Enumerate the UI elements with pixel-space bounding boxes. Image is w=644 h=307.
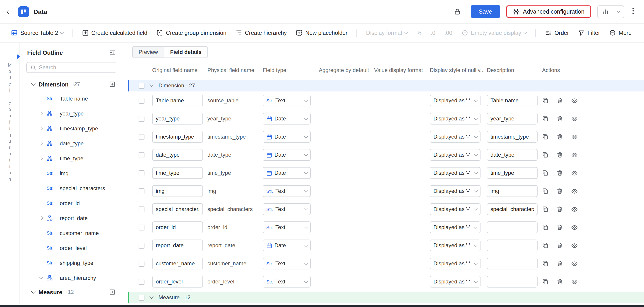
null-style-select[interactable]: Displayed as '-' xyxy=(430,276,480,288)
sidebar-field-item[interactable]: Str. shipping_type xyxy=(20,256,123,270)
visibility-icon[interactable] xyxy=(571,206,578,212)
description-input[interactable] xyxy=(487,203,538,215)
sidebar-field-item[interactable]: Str. customer_name xyxy=(20,226,123,240)
null-style-select[interactable]: Displayed as '-' xyxy=(430,113,480,124)
tab-preview[interactable]: Preview xyxy=(133,47,164,58)
row-checkbox[interactable] xyxy=(138,98,144,104)
field-type-select[interactable]: Str. Text xyxy=(263,203,311,215)
back-button[interactable] xyxy=(7,10,11,13)
null-style-select[interactable]: Displayed as '-' xyxy=(430,185,480,197)
row-checkbox[interactable] xyxy=(138,279,144,284)
field-type-select[interactable]: Str. Text xyxy=(263,95,311,106)
field-type-select[interactable]: Date xyxy=(263,131,311,143)
dimension-group-header[interactable]: Dimension ·27 xyxy=(20,78,123,91)
filter-button[interactable]: Filter xyxy=(578,30,600,36)
description-input[interactable] xyxy=(487,131,538,143)
field-type-select[interactable]: Date xyxy=(263,113,311,124)
delete-icon[interactable] xyxy=(556,224,563,230)
chart-button[interactable] xyxy=(598,6,612,18)
null-style-select[interactable]: Displayed as '-' xyxy=(430,203,480,215)
group-checkbox[interactable] xyxy=(138,294,144,300)
delete-icon[interactable] xyxy=(556,152,563,158)
null-style-select[interactable]: Displayed as '-' xyxy=(430,95,480,106)
original-field-name-input[interactable] xyxy=(152,276,203,288)
sidebar-field-item[interactable]: year_type xyxy=(20,106,123,121)
row-checkbox[interactable] xyxy=(138,134,144,140)
measure-group-row[interactable]: Measure · 12 xyxy=(128,292,644,304)
visibility-icon[interactable] xyxy=(571,278,578,285)
display-format-button[interactable]: Display format xyxy=(366,30,408,36)
delete-icon[interactable] xyxy=(556,260,563,267)
null-style-select[interactable]: Displayed as '-' xyxy=(430,149,480,161)
search-input[interactable] xyxy=(39,64,112,71)
description-input[interactable] xyxy=(487,258,538,270)
field-type-select[interactable]: Date xyxy=(263,167,311,179)
null-style-select[interactable]: Displayed as '-' xyxy=(430,167,480,179)
delete-icon[interactable] xyxy=(556,278,563,285)
description-input[interactable] xyxy=(487,276,538,288)
advanced-configuration-button[interactable]: Advanced configuration xyxy=(512,8,584,15)
description-input[interactable] xyxy=(487,149,538,161)
copy-icon[interactable] xyxy=(542,97,548,104)
empty-value-display-button[interactable]: Empty value display xyxy=(461,30,526,36)
add-dimension-button[interactable] xyxy=(109,81,116,88)
delete-icon[interactable] xyxy=(556,134,563,140)
source-table-selector[interactable]: Source Table 2 xyxy=(11,30,63,36)
copy-icon[interactable] xyxy=(542,170,548,176)
expand-caret-icon[interactable] xyxy=(40,142,43,145)
collapse-outline-button[interactable] xyxy=(109,49,116,56)
field-type-select[interactable]: Str. Text xyxy=(263,258,311,270)
sidebar-field-item[interactable]: area_hierarchy xyxy=(20,270,123,285)
add-measure-button[interactable] xyxy=(109,289,116,295)
copy-icon[interactable] xyxy=(542,260,548,267)
expand-caret-icon[interactable] xyxy=(40,156,43,160)
row-checkbox[interactable] xyxy=(138,116,144,122)
field-type-select[interactable]: Str. Text xyxy=(263,222,311,233)
original-field-name-input[interactable] xyxy=(152,95,203,106)
sidebar-field-item[interactable]: Str. img xyxy=(20,166,123,181)
original-field-name-input[interactable] xyxy=(152,203,203,215)
group-checkbox[interactable] xyxy=(138,83,144,88)
null-style-select[interactable]: Displayed as '-' xyxy=(430,240,480,251)
copy-icon[interactable] xyxy=(542,206,548,212)
copy-icon[interactable] xyxy=(542,134,548,140)
null-style-select[interactable]: Displayed as '-' xyxy=(430,258,480,270)
field-type-select[interactable]: Date xyxy=(263,240,311,251)
more-toolbar-button[interactable]: More xyxy=(609,30,632,36)
row-checkbox[interactable] xyxy=(138,152,144,158)
copy-icon[interactable] xyxy=(542,278,548,285)
new-placeholder-button[interactable]: New placeholder xyxy=(296,30,347,36)
original-field-name-input[interactable] xyxy=(152,240,203,251)
original-field-name-input[interactable] xyxy=(152,113,203,124)
delete-icon[interactable] xyxy=(556,242,563,248)
sidebar-field-item[interactable]: Str. order_id xyxy=(20,196,123,210)
null-style-select[interactable]: Displayed as '-' xyxy=(430,131,480,143)
row-checkbox[interactable] xyxy=(138,170,144,176)
chart-dropdown-button[interactable] xyxy=(612,6,624,18)
original-field-name-input[interactable] xyxy=(152,167,203,179)
null-style-select[interactable]: Displayed as '-' xyxy=(430,222,480,233)
row-checkbox[interactable] xyxy=(138,188,144,194)
description-input[interactable] xyxy=(487,222,538,233)
create-calculated-field-button[interactable]: Create calculated field xyxy=(82,30,147,36)
sidebar-field-item[interactable]: timestamp_type xyxy=(20,121,123,136)
tab-field-details[interactable]: Field details xyxy=(164,47,208,58)
delete-icon[interactable] xyxy=(556,170,563,176)
row-checkbox[interactable] xyxy=(138,206,144,212)
sidebar-field-item[interactable]: date_type xyxy=(20,136,123,151)
visibility-icon[interactable] xyxy=(571,260,578,267)
copy-icon[interactable] xyxy=(542,188,548,194)
create-group-dimension-button[interactable]: Create group dimension xyxy=(156,30,226,36)
lock-button[interactable] xyxy=(454,8,461,15)
dimension-group-row[interactable]: Dimension · 27 xyxy=(128,80,644,92)
increase-decimal-button[interactable]: .00 xyxy=(444,30,452,36)
measure-group-header[interactable]: Measure ·12 xyxy=(20,285,123,299)
copy-icon[interactable] xyxy=(542,152,548,158)
delete-icon[interactable] xyxy=(556,97,563,104)
order-button[interactable]: Order xyxy=(545,30,569,36)
original-field-name-input[interactable] xyxy=(152,149,203,161)
description-input[interactable] xyxy=(487,167,538,179)
visibility-icon[interactable] xyxy=(571,170,578,176)
visibility-icon[interactable] xyxy=(571,133,578,140)
decrease-decimal-button[interactable]: .0 xyxy=(431,30,436,36)
